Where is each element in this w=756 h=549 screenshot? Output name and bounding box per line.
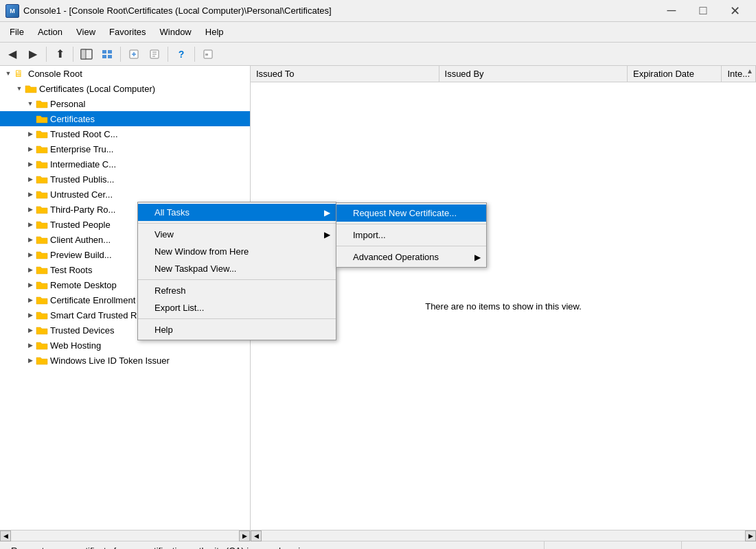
- maximize-button[interactable]: □: [687, 0, 719, 22]
- expand-icon[interactable]: ▼: [25, 98, 36, 109]
- context-menu-new-window[interactable]: New Window from Here: [138, 243, 336, 260]
- context-menu-export-list[interactable]: Export List...: [138, 299, 336, 316]
- forward-button[interactable]: ▶: [23, 45, 43, 63]
- help-toolbar-button[interactable]: ?: [172, 45, 191, 63]
- expand-icon[interactable]: ▶: [25, 204, 36, 215]
- show-hide-button[interactable]: [77, 45, 96, 63]
- tree-item-certificates[interactable]: Certificates: [0, 111, 250, 126]
- menu-bar: File Action View Favorites Window Help: [0, 22, 756, 43]
- expand-icon[interactable]: ▶: [25, 309, 36, 320]
- toolbar-sep-1: [46, 47, 47, 62]
- expand-icon[interactable]: ▶: [25, 340, 36, 351]
- folder-icon: [36, 174, 48, 185]
- new-button[interactable]: [124, 45, 144, 63]
- tree-item-personal[interactable]: ▼ Personal: [0, 96, 250, 111]
- scroll-right-btn-2[interactable]: ▶: [745, 530, 756, 541]
- right-scroll: ◀ ▶: [251, 530, 756, 541]
- svg-rect-1: [81, 49, 86, 59]
- scroll-up-indicator[interactable]: ▲: [746, 67, 753, 75]
- folder-icon: [36, 143, 48, 154]
- expand-icon[interactable]: ▼: [14, 83, 25, 94]
- status-message-segment: Request a new certificate from a certifi…: [5, 541, 545, 549]
- menu-item-label: Export List...: [154, 303, 204, 313]
- scroll-left-btn-2[interactable]: ◀: [251, 530, 262, 541]
- context-menu-help[interactable]: Help: [138, 321, 336, 338]
- col-label: Expiration Date: [633, 69, 694, 79]
- sub-menu-request-new[interactable]: Request New Certificate...: [336, 205, 486, 222]
- col-header-expiration[interactable]: Expiration Date: [628, 66, 722, 82]
- folder-icon: [36, 294, 48, 305]
- menu-item-label: New Window from Here: [154, 246, 249, 257]
- menu-view[interactable]: View: [69, 22, 102, 42]
- expand-icon[interactable]: ▶: [25, 143, 36, 154]
- menu-item-label: All Tasks: [154, 207, 190, 218]
- toolbar: ◀ ▶ ⬆ ?: [0, 43, 756, 66]
- menu-item-label: View: [154, 229, 174, 240]
- sub-menu-import[interactable]: Import...: [336, 226, 486, 244]
- menu-favorites[interactable]: Favorites: [102, 22, 152, 42]
- tree-item-windows-live[interactable]: ▶ Windows Live ID Token Issuer: [0, 353, 250, 368]
- expand-icon[interactable]: ▶: [25, 159, 36, 170]
- tree-label: Certificates: [50, 114, 95, 124]
- menu-action[interactable]: Action: [31, 22, 69, 42]
- tree-scroll-track[interactable]: [11, 530, 239, 541]
- expand-icon[interactable]: ▶: [25, 174, 36, 185]
- expand-icon[interactable]: ▶: [25, 294, 36, 305]
- folder-icon: [36, 325, 48, 336]
- folder-icon: [36, 279, 48, 290]
- large-icons-button[interactable]: [98, 45, 117, 63]
- expand-icon[interactable]: ▶: [25, 249, 36, 260]
- expand-icon[interactable]: ▶: [25, 355, 36, 366]
- tree-label: Untrusted Cer...: [50, 189, 113, 200]
- sub-menu-advanced-ops[interactable]: Advanced Operations ▶: [336, 248, 486, 266]
- tree-item-enterprise-tru[interactable]: ▶ Enterprise Tru...: [0, 141, 250, 156]
- properties-button[interactable]: [145, 45, 164, 63]
- tree-item-certs-local[interactable]: ▼ Certificates (Local Computer): [0, 81, 250, 96]
- expand-icon[interactable]: ▶: [25, 279, 36, 290]
- tree-scroll-left: ◀ ▶: [0, 530, 251, 541]
- up-button[interactable]: ⬆: [50, 45, 69, 63]
- scroll-left-btn[interactable]: ◀: [0, 530, 11, 541]
- sub-menu-sep-1: [336, 224, 486, 224]
- context-menu-view[interactable]: View ▶: [138, 226, 336, 243]
- right-scroll-track[interactable]: [262, 530, 745, 541]
- close-button[interactable]: ✕: [719, 0, 751, 22]
- minimize-button[interactable]: ─: [656, 0, 687, 22]
- tree-item-trusted-pub[interactable]: ▶ Trusted Publis...: [0, 172, 250, 187]
- menu-window[interactable]: Window: [153, 22, 198, 42]
- mmc-logo: M: [5, 4, 19, 18]
- submenu-arrow: ▶: [324, 208, 330, 218]
- tree-label: Test Roots: [50, 265, 92, 275]
- expand-icon[interactable]: ▶: [25, 189, 36, 200]
- folder-icon: [36, 98, 48, 109]
- expand-icon[interactable]: ▶: [25, 264, 36, 275]
- menu-file[interactable]: File: [3, 22, 31, 42]
- tree-item-console-root[interactable]: ▼ 🖥 Console Root: [0, 66, 250, 81]
- context-menu-refresh[interactable]: Refresh: [138, 282, 336, 299]
- tree-label: Intermediate C...: [50, 159, 116, 170]
- back-button[interactable]: ◀: [3, 45, 22, 63]
- toolbar-sep-3: [120, 47, 121, 62]
- expand-icon[interactable]: ▶: [25, 234, 36, 245]
- app-icon: M: [5, 4, 19, 18]
- tree-item-untrusted[interactable]: ▶ Untrusted Cer...: [0, 187, 250, 202]
- context-menu-all-tasks[interactable]: All Tasks ▶ Request New Certificate... I…: [138, 204, 336, 221]
- context-menu: All Tasks ▶ Request New Certificate... I…: [137, 202, 336, 340]
- scroll-right-btn[interactable]: ▶: [239, 530, 250, 541]
- col-header-issued-by[interactable]: Issued By: [439, 66, 628, 82]
- tree-item-trusted-root[interactable]: ▶ Trusted Root C...: [0, 126, 250, 141]
- col-header-issued-to[interactable]: Issued To: [251, 66, 439, 82]
- expand-icon[interactable]: ▼: [3, 68, 14, 79]
- context-menu-new-taskpad[interactable]: New Taskpad View...: [138, 260, 336, 277]
- title-bar-controls: ─ □ ✕: [656, 0, 751, 22]
- folder-icon: [36, 264, 48, 275]
- expand-icon[interactable]: ▶: [25, 325, 36, 336]
- menu-help[interactable]: Help: [198, 22, 231, 42]
- status-message: Request a new certificate from a certifi…: [11, 546, 305, 549]
- extra-button[interactable]: [198, 45, 218, 63]
- expand-icon[interactable]: ▶: [25, 219, 36, 230]
- folder-icon: [36, 309, 48, 320]
- expand-icon[interactable]: ▶: [25, 128, 36, 139]
- menu-item-label: New Taskpad View...: [154, 264, 236, 274]
- tree-item-intermediate[interactable]: ▶ Intermediate C...: [0, 156, 250, 172]
